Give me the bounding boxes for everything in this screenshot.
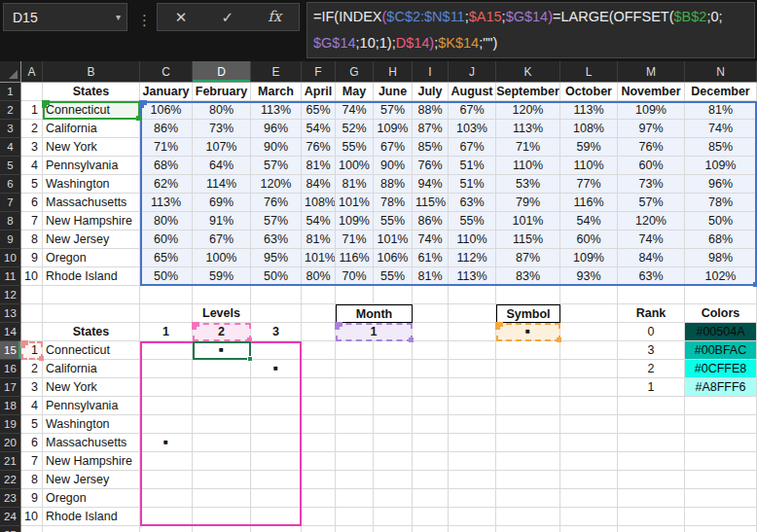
cell-N24[interactable] [685, 508, 757, 526]
cell-L14[interactable] [560, 323, 618, 341]
cell-G22[interactable] [336, 471, 374, 489]
formula-bar[interactable]: =IF(INDEX($C$2:$N$11;$A15;$G$14)=LARGE(O… [306, 2, 755, 58]
cell-D10[interactable]: 100% [193, 249, 251, 267]
cell-C17[interactable] [140, 378, 193, 397]
cell-L8[interactable]: 54% [560, 212, 618, 231]
cell-F22[interactable] [302, 471, 336, 489]
row-header-5[interactable]: 5 [0, 157, 21, 175]
cell-G3[interactable]: 52% [336, 120, 374, 138]
cell-A2[interactable]: 1 [21, 101, 43, 120]
cell-N16[interactable]: #0CFFE8 [685, 360, 757, 378]
cell-N21[interactable] [685, 452, 757, 471]
cell-G4[interactable]: 55% [336, 138, 374, 157]
cell-F2[interactable]: 65% [302, 101, 336, 120]
cell-F14[interactable] [302, 323, 336, 341]
cell-I8[interactable]: 86% [413, 212, 449, 231]
cell-E7[interactable]: 76% [251, 194, 302, 212]
cell-I20[interactable] [413, 434, 449, 452]
cell-A22[interactable]: 8 [21, 471, 43, 489]
cell-I7[interactable]: 115% [413, 194, 449, 212]
cell-D5[interactable]: 64% [193, 157, 251, 175]
cell-A17[interactable]: 3 [21, 378, 43, 397]
cell-K11[interactable]: 83% [496, 267, 560, 286]
row-header-3[interactable]: 3 [0, 120, 21, 138]
cell-J10[interactable]: 112% [449, 249, 496, 267]
cell-G11[interactable]: 70% [336, 267, 374, 286]
cell-E18[interactable] [251, 397, 302, 415]
cell-K1[interactable]: September [496, 83, 560, 101]
cell-N8[interactable]: 50% [685, 212, 757, 231]
cell-E19[interactable] [251, 415, 302, 434]
cell-D1[interactable]: February [193, 83, 251, 101]
cell-G9[interactable]: 71% [336, 231, 374, 249]
cell-I21[interactable] [413, 452, 449, 471]
cell-H9[interactable]: 101% [374, 231, 413, 249]
cell-D18[interactable] [193, 397, 251, 415]
cell-N7[interactable]: 78% [685, 194, 757, 212]
cell-C23[interactable] [140, 489, 193, 508]
cell-N23[interactable] [685, 489, 757, 508]
cell-D19[interactable] [193, 415, 251, 434]
cell-K20[interactable] [496, 434, 560, 452]
cell-D25[interactable] [193, 526, 251, 532]
cell-L2[interactable]: 113% [560, 101, 618, 120]
cell-I2[interactable]: 88% [413, 101, 449, 120]
cell-H7[interactable]: 78% [374, 194, 413, 212]
cell-N15[interactable]: #00BFAC [685, 341, 757, 360]
cell-F7[interactable]: 108% [302, 194, 336, 212]
cell-I14[interactable] [413, 323, 449, 341]
cell-I15[interactable] [413, 341, 449, 360]
row-header-18[interactable]: 18 [0, 397, 21, 415]
cell-I4[interactable]: 85% [413, 138, 449, 157]
cell-A10[interactable]: 9 [21, 249, 43, 267]
row-header-11[interactable]: 11 [0, 267, 21, 286]
cell-B17[interactable]: New York [43, 378, 140, 397]
row-header-1[interactable]: 1 [0, 83, 21, 101]
cell-B23[interactable]: Oregon [43, 489, 140, 508]
column-header-G[interactable]: G [336, 61, 374, 82]
cell-J7[interactable]: 63% [449, 194, 496, 212]
cell-B20[interactable]: Massachusetts [43, 434, 140, 452]
cell-E11[interactable]: 50% [251, 267, 302, 286]
cell-M11[interactable]: 63% [618, 267, 685, 286]
cell-N22[interactable] [685, 471, 757, 489]
cell-M18[interactable] [618, 397, 685, 415]
cell-H12[interactable] [374, 286, 413, 304]
cell-J4[interactable]: 67% [449, 138, 496, 157]
cell-J5[interactable]: 51% [449, 157, 496, 175]
row-header-15[interactable]: 15 [0, 341, 21, 360]
cell-K18[interactable] [496, 397, 560, 415]
cell-N10[interactable]: 98% [685, 249, 757, 267]
cell-A9[interactable]: 8 [21, 231, 43, 249]
cell-L11[interactable]: 93% [560, 267, 618, 286]
cell-K3[interactable]: 113% [496, 120, 560, 138]
cell-M5[interactable]: 60% [618, 157, 685, 175]
cell-C11[interactable]: 50% [140, 267, 193, 286]
cell-H8[interactable]: 55% [374, 212, 413, 231]
cell-B7[interactable]: Massachusetts [43, 194, 140, 212]
cell-M6[interactable]: 73% [618, 175, 685, 194]
cell-F24[interactable] [302, 508, 336, 526]
cell-A18[interactable]: 4 [21, 397, 43, 415]
cell-A7[interactable]: 6 [21, 194, 43, 212]
cell-A8[interactable]: 7 [21, 212, 43, 231]
cell-N14[interactable]: #00504A [685, 323, 757, 341]
cell-N17[interactable]: #A8FFF6 [685, 378, 757, 397]
cell-N20[interactable] [685, 434, 757, 452]
cell-F21[interactable] [302, 452, 336, 471]
row-header-9[interactable]: 9 [0, 231, 21, 249]
cell-A23[interactable]: 9 [21, 489, 43, 508]
name-box-dropdown-icon[interactable]: ▾ [116, 12, 121, 22]
cell-B12[interactable] [43, 286, 140, 304]
cell-D8[interactable]: 91% [193, 212, 251, 231]
cell-J2[interactable]: 67% [449, 101, 496, 120]
cell-H23[interactable] [374, 489, 413, 508]
cell-B2[interactable]: Connecticut [43, 101, 140, 120]
cell-H15[interactable] [374, 341, 413, 360]
cell-F6[interactable]: 84% [302, 175, 336, 194]
cell-E15[interactable] [251, 341, 302, 360]
cell-L9[interactable]: 60% [560, 231, 618, 249]
cell-E1[interactable]: March [251, 83, 302, 101]
column-header-N[interactable]: N [685, 61, 757, 82]
cell-B18[interactable]: Pennsylvania [43, 397, 140, 415]
